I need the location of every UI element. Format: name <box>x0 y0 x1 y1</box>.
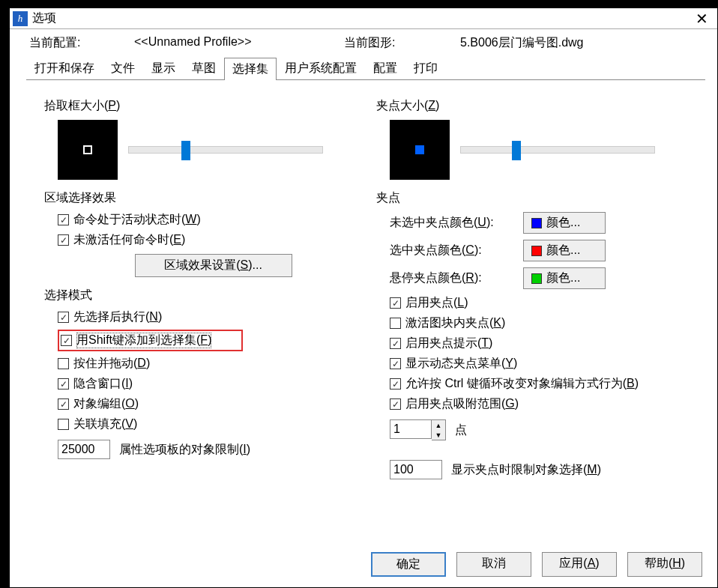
chk-ctrl-cycle[interactable] <box>390 378 401 390</box>
swatch-blue <box>531 218 542 228</box>
chk-shift-add[interactable] <box>61 335 72 346</box>
grips-title: 夹点 <box>376 190 701 206</box>
selected-grip-color-label: 选中夹点颜色(C): <box>390 243 517 258</box>
dialog-title: 选项 <box>32 10 690 26</box>
chk-implied-window-label: 隐含窗口(I) <box>73 376 133 392</box>
pickbox-size-slider[interactable] <box>128 146 323 154</box>
hover-grip-color-label: 悬停夹点颜色(R): <box>390 270 517 286</box>
area-effect-settings-button[interactable]: 区域效果设置(S)... <box>135 254 292 277</box>
tab-display[interactable]: 显示 <box>143 57 184 79</box>
hover-grip-color-button[interactable]: 颜色... <box>523 267 606 289</box>
tab-drafting[interactable]: 草图 <box>184 57 224 79</box>
chk-no-command[interactable] <box>58 234 69 246</box>
chk-block-grips-label: 激活图块内夹点(K) <box>405 315 505 331</box>
chk-noun-verb-label: 先选择后执行(N) <box>73 309 162 325</box>
grip-point-label: 点 <box>455 422 467 438</box>
property-limit-label: 属性选项板的对象限制(I) <box>119 442 250 458</box>
unselected-grip-color-button[interactable]: 颜色... <box>523 212 606 234</box>
chk-dynamic-grip-menu[interactable] <box>390 358 401 369</box>
chk-press-drag-label: 按住并拖动(D) <box>73 356 150 372</box>
chk-grip-tips[interactable] <box>390 338 401 349</box>
chk-block-grips[interactable] <box>390 318 401 329</box>
help-button[interactable]: 帮助(H) <box>627 552 702 577</box>
grip-size-slider[interactable] <box>460 146 655 154</box>
current-profile-value: <<Unnamed Profile>> <box>134 35 344 51</box>
profile-row: 当前配置: <<Unnamed Profile>> 当前图形: 5.B006层门… <box>22 35 705 51</box>
chk-shift-add-label: 用Shift键添加到选择集(F) <box>76 333 211 348</box>
swatch-green <box>531 273 542 284</box>
chk-grip-snap-range-label: 启用夹点吸附范围(G) <box>405 396 519 412</box>
current-drawing-label: 当前图形: <box>344 35 460 51</box>
chk-dynamic-grip-menu-label: 显示动态夹点菜单(Y) <box>405 356 517 372</box>
options-dialog: h 选项 ✕ 当前配置: <<Unnamed Profile>> 当前图形: 5… <box>9 7 718 588</box>
chk-grip-snap-range[interactable] <box>390 398 401 410</box>
tab-plot[interactable]: 打印 <box>405 57 446 79</box>
chk-object-grouping[interactable] <box>58 398 69 410</box>
chk-object-grouping-label: 对象编组(O) <box>73 396 139 412</box>
grip-object-limit-input[interactable] <box>390 460 442 479</box>
tab-profiles[interactable]: 配置 <box>365 57 405 79</box>
close-button[interactable]: ✕ <box>690 10 714 28</box>
chk-press-drag[interactable] <box>58 358 69 369</box>
tab-selection[interactable]: 选择集 <box>224 58 277 80</box>
grip-point-spinner[interactable]: ▲▼ <box>432 419 446 440</box>
grip-preview <box>390 120 450 180</box>
chk-assoc-hatch-label: 关联填充(V) <box>73 416 137 432</box>
chk-enable-grips[interactable] <box>390 297 401 309</box>
chk-active-command[interactable] <box>58 214 69 225</box>
chk-assoc-hatch[interactable] <box>58 419 69 430</box>
spinner-down-icon[interactable]: ▼ <box>432 430 445 440</box>
selection-mode-title: 选择模式 <box>44 288 369 303</box>
chk-grip-tips-label: 启用夹点提示(T) <box>405 336 492 351</box>
highlight-shift-add: 用Shift键添加到选择集(F) <box>58 330 243 351</box>
tab-files[interactable]: 文件 <box>103 57 143 79</box>
title-bar: h 选项 ✕ <box>10 8 717 29</box>
spinner-up-icon[interactable]: ▲ <box>432 420 445 430</box>
tab-open-save[interactable]: 打开和保存 <box>26 57 103 79</box>
unselected-grip-color-label: 未选中夹点颜色(U): <box>390 215 517 231</box>
cancel-button[interactable]: 取消 <box>456 552 531 577</box>
selected-grip-color-button[interactable]: 颜色... <box>523 240 606 261</box>
chk-implied-window[interactable] <box>58 378 69 390</box>
chk-noun-verb[interactable] <box>58 312 69 323</box>
apply-button[interactable]: 应用(A) <box>542 552 617 577</box>
tab-user-prefs[interactable]: 用户系统配置 <box>277 57 365 79</box>
dialog-footer: 确定 取消 应用(A) 帮助(H) <box>371 552 702 577</box>
grip-size-label: 夹点大小(Z) <box>376 98 701 114</box>
current-profile-label: 当前配置: <box>29 35 134 51</box>
tab-strip: 打开和保存 文件 显示 草图 选择集 用户系统配置 配置 打印 <box>26 57 705 80</box>
pickbox-preview <box>58 120 118 180</box>
chk-active-command-label: 命令处于活动状态时(W) <box>73 212 201 228</box>
chk-no-command-label: 未激活任何命令时(E) <box>73 232 185 248</box>
area-select-title: 区域选择效果 <box>44 190 369 206</box>
app-icon: h <box>13 11 28 26</box>
grip-object-limit-label: 显示夹点时限制对象选择(M) <box>451 462 601 478</box>
chk-enable-grips-label: 启用夹点(L) <box>405 295 468 311</box>
property-limit-input[interactable] <box>58 440 110 459</box>
pickbox-size-label: 拾取框大小(P) <box>44 98 369 114</box>
chk-ctrl-cycle-label: 允许按 Ctrl 键循环改变对象编辑方式行为(B) <box>405 376 639 392</box>
swatch-red <box>531 246 542 256</box>
grip-point-input[interactable] <box>390 419 432 439</box>
ok-button[interactable]: 确定 <box>371 552 446 577</box>
current-drawing-value: 5.B006层门编号图.dwg <box>460 35 584 51</box>
